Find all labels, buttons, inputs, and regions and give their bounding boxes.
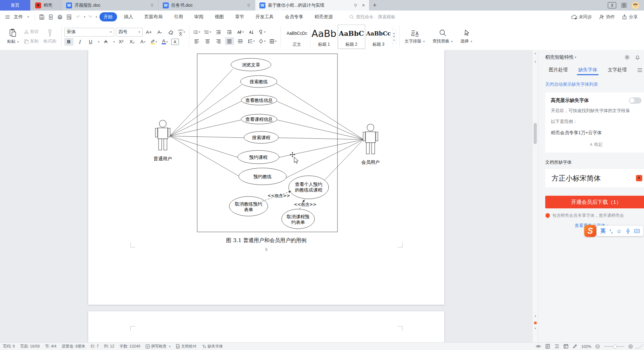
align-right-button[interactable] bbox=[214, 37, 223, 45]
pin-icon[interactable] bbox=[150, 3, 154, 8]
page-view-icon[interactable] bbox=[545, 344, 550, 349]
print-button[interactable] bbox=[56, 12, 65, 21]
collapse-link[interactable]: ∧ 收起 bbox=[551, 142, 642, 148]
tab-missing-fonts[interactable]: 缺失字体 bbox=[578, 67, 597, 75]
italic-button[interactable]: I bbox=[75, 38, 84, 46]
grow-font-button[interactable]: A+ bbox=[144, 28, 154, 36]
new-tab-button[interactable]: + bbox=[369, 0, 380, 11]
bell-icon[interactable] bbox=[635, 54, 640, 60]
pin-icon[interactable] bbox=[247, 3, 251, 8]
numbered-list-button[interactable]: ▾ bbox=[203, 28, 212, 36]
cut-button[interactable]: 剪切 bbox=[22, 28, 40, 35]
menu-item-review[interactable]: 审阅 bbox=[190, 12, 208, 21]
menu-item-home[interactable]: 开始 bbox=[99, 12, 117, 21]
sort-button[interactable] bbox=[247, 28, 256, 36]
char-border-button[interactable]: A bbox=[171, 39, 179, 45]
text-effects-button[interactable]: A▾ bbox=[139, 38, 148, 46]
collapse-ribbon-icon[interactable]: ▾ bbox=[96, 15, 97, 19]
prev-page-icon[interactable]: ▴ bbox=[533, 314, 538, 317]
outline-view-icon[interactable] bbox=[554, 344, 559, 349]
menu-item-references[interactable]: 引用 bbox=[170, 12, 187, 21]
file-menu[interactable]: 文件 ▾ bbox=[0, 14, 33, 20]
pinyin-guide-button[interactable]: wén文▾ bbox=[177, 28, 186, 36]
menu-item-member[interactable]: 会员专享 bbox=[281, 12, 308, 21]
next-page-icon[interactable]: ▾ bbox=[533, 327, 538, 330]
user-avatar[interactable] bbox=[632, 2, 639, 9]
decrease-indent-button[interactable] bbox=[214, 28, 223, 36]
ime-lang-toggle[interactable]: 英 bbox=[600, 228, 606, 234]
shrink-font-button[interactable]: A- bbox=[155, 28, 165, 36]
eye-protect-icon[interactable] bbox=[536, 344, 541, 349]
align-center-button[interactable] bbox=[203, 37, 212, 45]
collaborate-button[interactable]: 协作 bbox=[599, 14, 615, 20]
more-tabs-icon[interactable] bbox=[637, 67, 642, 75]
style-normal[interactable]: AaBbCcDc 正文 bbox=[284, 25, 311, 48]
tab-text-processing[interactable]: 文字处理 bbox=[608, 67, 627, 75]
strikethrough-button[interactable]: A bbox=[101, 38, 110, 46]
style-gallery-up-icon[interactable]: ▴ bbox=[393, 31, 395, 35]
line-spacing-button[interactable]: ▾ bbox=[247, 37, 256, 45]
style-gallery-more-icon[interactable]: ≡ bbox=[393, 38, 395, 42]
tab-document-1[interactable]: W 开题报告.doc bbox=[62, 0, 159, 11]
close-tab-icon[interactable]: × bbox=[362, 2, 365, 8]
paste-button[interactable]: 粘贴▾ bbox=[5, 28, 21, 45]
use-case-diagram[interactable]: 浏览文章 搜索教练 查看教练信息 查看课程信息 搜索课程 预约课程 预约教练 查… bbox=[141, 51, 387, 242]
doc-proofread-button[interactable]: 文档校对 bbox=[176, 344, 197, 349]
text-layout-button[interactable]: 文字排版▾ bbox=[402, 28, 427, 45]
font-family-select[interactable]: 宋体▾ bbox=[64, 28, 114, 37]
menu-item-docer-res[interactable]: 稻壳资源 bbox=[310, 12, 337, 21]
web-layout-icon[interactable] bbox=[564, 344, 568, 349]
resize-grip[interactable] bbox=[635, 344, 643, 349]
share-button[interactable]: 分享 bbox=[622, 14, 638, 20]
subscript-button[interactable]: X₂ bbox=[128, 38, 137, 46]
style-heading1[interactable]: AaBb 标题 1 bbox=[311, 25, 338, 48]
missing-font-status-button[interactable]: 缺失字体 bbox=[202, 344, 223, 349]
gear-icon[interactable] bbox=[624, 54, 630, 60]
align-left-button[interactable] bbox=[192, 37, 201, 45]
panel-title[interactable]: 稻壳智能特性 bbox=[545, 54, 574, 60]
scroll-up-icon[interactable]: ▴ bbox=[533, 60, 538, 63]
workspace-grid-icon[interactable] bbox=[621, 2, 627, 8]
tab-docer[interactable]: 稻壳 bbox=[30, 0, 62, 11]
menu-item-page-layout[interactable]: 页面布局 bbox=[140, 12, 167, 21]
undo-button[interactable]: ↶ bbox=[74, 12, 83, 21]
tab-document-active[interactable]: W 基于微信小程...的设计与实现 × bbox=[255, 0, 369, 11]
format-painter-button[interactable]: 格式刷 bbox=[41, 28, 58, 45]
bold-button[interactable]: B bbox=[64, 38, 73, 46]
menu-item-section[interactable]: 章节 bbox=[231, 12, 249, 21]
tab-document-2[interactable]: W 任务书.doc bbox=[159, 0, 255, 11]
shading-button[interactable]: ▾ bbox=[258, 37, 267, 45]
bullet-list-button[interactable]: ▾ bbox=[192, 28, 201, 36]
style-heading3[interactable]: AaBbCc 标题 3 bbox=[365, 25, 392, 48]
scrollbar-thumb[interactable] bbox=[534, 123, 537, 144]
tab-image-processing[interactable]: 图片处理 bbox=[549, 67, 568, 75]
command-search[interactable]: 查找命令、搜索模板 bbox=[349, 14, 396, 20]
distribute-button[interactable] bbox=[236, 37, 245, 45]
edit-mode-icon[interactable] bbox=[573, 344, 577, 349]
document-canvas[interactable]: 图 3.1 普通用户和会员用户的用例 9 bbox=[0, 50, 532, 343]
underline-button[interactable]: U bbox=[86, 38, 95, 46]
menu-item-dev-tools[interactable]: 开发工具 bbox=[251, 12, 278, 21]
copy-button[interactable]: 复制 bbox=[22, 38, 40, 45]
keyboard-icon[interactable] bbox=[634, 229, 640, 233]
style-gallery-down-icon[interactable]: ▾ bbox=[393, 35, 395, 38]
document-page-2[interactable] bbox=[88, 311, 444, 343]
spell-check-button[interactable]: 拼写检查▾ bbox=[146, 344, 171, 349]
zoom-slider[interactable] bbox=[604, 346, 624, 347]
zoom-in-icon[interactable] bbox=[629, 344, 633, 349]
window-manage-icon[interactable]: 3 bbox=[608, 2, 616, 8]
highlight-toggle[interactable] bbox=[629, 97, 642, 104]
download-after-member-button[interactable]: 开通会员后下载（1） bbox=[545, 196, 644, 208]
close-auto-show-link[interactable]: 关闭自动展示缺失字体列表 bbox=[538, 77, 644, 89]
borders-button[interactable]: ▾ bbox=[269, 37, 278, 45]
pin-icon[interactable] bbox=[354, 3, 358, 8]
style-heading2[interactable]: AaBbC 标题 2 bbox=[338, 25, 365, 49]
print-preview-button[interactable] bbox=[65, 12, 74, 21]
increase-indent-button[interactable] bbox=[225, 28, 234, 36]
document-scrollbar[interactable]: ▾ ▴ ▴ ▾ bbox=[532, 50, 538, 343]
save-button[interactable] bbox=[37, 12, 46, 21]
sync-status[interactable]: 未同步 bbox=[571, 14, 592, 20]
show-marks-button[interactable]: ▾ bbox=[258, 28, 267, 36]
scroll-collapse-icon[interactable]: ▾ bbox=[533, 52, 538, 55]
align-justify-button[interactable] bbox=[225, 37, 234, 45]
